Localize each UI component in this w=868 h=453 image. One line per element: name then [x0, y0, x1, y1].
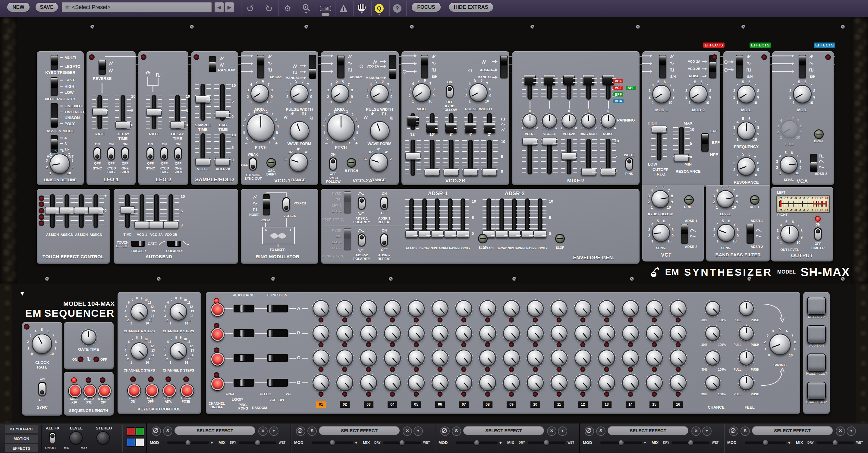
prev-preset-button[interactable]: ◀: [215, 2, 224, 12]
star-icon[interactable]: ★: [64, 3, 70, 11]
adsr1-polarity-switch[interactable]: [358, 197, 366, 210]
channel-d-steps-knob[interactable]: 12345678910111213141516: [161, 334, 195, 368]
settings-gear-icon[interactable]: ⚙: [282, 3, 293, 14]
vco2b-level-slider[interactable]: [405, 140, 421, 176]
step-knob-b[interactable]: [575, 326, 590, 341]
step-knob-d[interactable]: [623, 375, 638, 390]
touch-assign-slider[interactable]: [59, 194, 75, 228]
fx-power-button[interactable]: [440, 426, 450, 436]
step-knob-b[interactable]: [433, 326, 447, 341]
adsr-slider[interactable]: [457, 198, 469, 237]
autobend-slider[interactable]: [148, 194, 164, 228]
vca-hold-knob[interactable]: 12345678910: [775, 114, 805, 144]
step-knob-a[interactable]: [671, 301, 686, 316]
focus-button[interactable]: FOCUS: [412, 3, 441, 12]
fx-solo-button[interactable]: S: [163, 426, 173, 436]
fx-mix-slider[interactable]: [672, 442, 710, 444]
step-knob-d[interactable]: [671, 375, 686, 390]
bpf-frequency-knob[interactable]: 12345678910: [731, 115, 762, 147]
new-button[interactable]: NEW: [7, 3, 30, 12]
step-knob-c[interactable]: [623, 350, 638, 366]
clock-sync-switch[interactable]: [38, 382, 46, 396]
playback-slider[interactable]: [234, 329, 254, 337]
vco2a-mod-knob[interactable]: 12345678910: [324, 78, 355, 109]
vco2b-range-selector[interactable]: [484, 113, 495, 130]
step-knob-c[interactable]: [671, 350, 686, 366]
step-knob-a[interactable]: [528, 301, 543, 316]
vco2b-range-selector[interactable]: [445, 113, 457, 130]
step-number-tag[interactable]: 05: [411, 401, 421, 408]
function-slider[interactable]: [267, 379, 288, 387]
function-slider[interactable]: [267, 329, 288, 337]
step-knob-b[interactable]: [480, 326, 495, 341]
mixer-route-slider[interactable]: [522, 78, 538, 100]
touch-assign-slider[interactable]: [73, 194, 90, 228]
autobend-slider[interactable]: [163, 194, 179, 228]
fx-solo-button[interactable]: S: [452, 426, 461, 436]
autobend-trigger-switch[interactable]: [131, 241, 145, 247]
step-knob-c[interactable]: [385, 350, 400, 366]
step-knob-a[interactable]: [361, 301, 376, 316]
step-knob-b[interactable]: [623, 326, 638, 341]
vcf-resonance-slider[interactable]: [673, 127, 689, 161]
fx-tab[interactable]: EFFECTS: [5, 444, 38, 452]
step-knob-b[interactable]: [671, 326, 686, 341]
vcf-env-switch[interactable]: [681, 224, 688, 244]
playback-slider[interactable]: [234, 354, 254, 362]
mixer-route-slider[interactable]: [581, 78, 597, 100]
help-button[interactable]: ?: [392, 3, 403, 14]
fx-mod-slider[interactable]: [456, 442, 498, 444]
vca-mod-source-switch[interactable]: [799, 55, 806, 78]
step-knob-d[interactable]: [337, 375, 352, 390]
step-knob-b[interactable]: [599, 326, 614, 341]
bpf-resonance-knob[interactable]: 12345678910: [731, 151, 762, 182]
step-knob-a[interactable]: [385, 301, 400, 316]
step-number-tag[interactable]: 06: [435, 401, 445, 408]
step-number-tag[interactable]: 16: [673, 401, 683, 408]
fx-expand-button[interactable]: ▼: [702, 426, 712, 436]
vco2b-kybd-follow-switch[interactable]: [446, 85, 454, 98]
vco2a-range-knob[interactable]: 32'16'8'4'2': [363, 147, 394, 178]
step-knob-b[interactable]: [361, 326, 376, 341]
function-slider[interactable]: [267, 354, 288, 362]
step-knob-d[interactable]: [552, 375, 567, 390]
bpf-mod-knob[interactable]: 12345678910: [731, 78, 762, 110]
next-preset-button[interactable]: ▶: [225, 2, 234, 12]
lfo-toggle[interactable]: [160, 147, 168, 161]
bpf-mod-source-switch[interactable]: [736, 55, 743, 78]
step-knob-c[interactable]: [599, 350, 614, 366]
fx-mod-slider[interactable]: [745, 442, 786, 444]
vco1-mod-source-switch[interactable]: [257, 55, 264, 78]
lfo-toggle[interactable]: [93, 147, 101, 161]
fx-solo-button[interactable]: S: [596, 426, 606, 436]
ring-y-source-switch[interactable]: [282, 197, 290, 212]
playback-slider[interactable]: [234, 305, 254, 312]
vco2b-level-slider[interactable]: [424, 140, 440, 176]
adsr-slider[interactable]: [444, 198, 457, 237]
lag-time-slider[interactable]: [214, 84, 230, 121]
mixer-level-slider[interactable]: [600, 139, 616, 174]
fx-remove-button[interactable]: ✕: [691, 426, 701, 436]
unison-detune-knob[interactable]: 12345678910: [43, 147, 76, 180]
step-number-tag[interactable]: 12: [578, 401, 588, 408]
touch-assign-slider[interactable]: [88, 194, 104, 228]
vco2b-level-slider[interactable]: [481, 140, 498, 176]
vcf-mod1-knob[interactable]: 12345678910: [646, 78, 677, 110]
fx-select-dropdown[interactable]: SELECT EFFECT: [175, 426, 255, 435]
fx-remove-button[interactable]: ✕: [836, 426, 845, 436]
step-knob-d[interactable]: [480, 375, 495, 390]
all-fx-switch[interactable]: [49, 432, 56, 444]
adsr1-slop-knob[interactable]: [479, 235, 487, 243]
limiter-switch[interactable]: [814, 227, 822, 241]
vco1-mod-knob[interactable]: 12345678910: [244, 78, 276, 109]
sh-vco2a-slider[interactable]: [214, 133, 230, 164]
step-knob-c[interactable]: [433, 350, 447, 366]
keyboard-panel-icon[interactable]: [356, 3, 367, 14]
vco1-pulse-width-knob[interactable]: 12345678910: [284, 78, 315, 109]
gate-time-knob[interactable]: [82, 330, 96, 344]
vco2a-mod-source-switch[interactable]: [337, 55, 344, 78]
vca-sens-knob[interactable]: 12345678910: [774, 149, 804, 180]
adsr-slider[interactable]: [483, 198, 495, 237]
fx-power-button[interactable]: [585, 426, 594, 436]
keyboard-control-button[interactable]: [163, 384, 176, 397]
